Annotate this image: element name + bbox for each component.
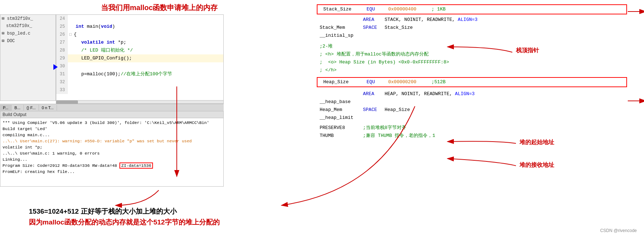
file-tree-item[interactable]: ⊞ DOC [0, 37, 56, 45]
tab-f[interactable]: {} F... [24, 105, 39, 111]
heap-end-label: 堆的接收地址 [520, 161, 554, 169]
file-tree: ⊞ stm32f10x_ stm32f10x_ ⊞ bsp_led.c ⊞ DO… [0, 14, 56, 101]
build-output-panel: Build Output *** Using Compiler 'V5.06 u… [0, 111, 224, 187]
file-tree-item[interactable]: stm32f10x_ [0, 22, 56, 30]
code-line-33: 33 [56, 86, 223, 94]
page-title: 当我们用malloc函数申请堆上的内存 [101, 3, 218, 13]
code-line-32: 32 [56, 78, 223, 86]
asm-comment-3: ; <o> Heap Size (in Bytes) <0x0-0xFFFFFF… [317, 58, 627, 66]
stack-size-block: Stack_Size EQU 0x00000400 ; 1KB [317, 4, 627, 14]
build-line: Build target 'Led' [3, 126, 221, 132]
code-line-27: 27 volatile int *p; [56, 39, 223, 46]
tab-p[interactable]: P... [0, 105, 12, 111]
asm-heap-base-line: __heap_base [317, 98, 627, 106]
build-line: Program Size: Code=2912 RO-data=336 RW-d… [3, 162, 221, 169]
asm-comment-2: ; <h> 堆配置，用于malloc等函数的动态内存分配 [317, 50, 627, 58]
watermark: CSDN @rivencode [600, 228, 637, 233]
file-tree-item[interactable]: ⊞ bsp_led.c [0, 30, 56, 37]
file-tree-item[interactable]: ⊞ stm32f10x_ [0, 15, 56, 22]
tab-bar: P... B... {} F... 0 n T... [0, 104, 224, 111]
bottom-text-2: 因为malloc函数分配的动态内存就是这个512字节的堆上分配的 [29, 218, 220, 227]
debug-arrow-icon [53, 64, 58, 70]
asm-thumb-line: THUMB ;兼容 THUMB 指令，老的指令，1 [317, 132, 627, 140]
tab-t[interactable]: 0 n T... [39, 105, 57, 111]
asm-heap-size-line: Heap_Size EQU 0x00000200 ;512B [320, 78, 623, 86]
asm-area-stack-line: AREA STACK, NOINIT, READWRITE, ALIGN=3 [317, 16, 627, 24]
stack-pointer-label: 栈顶指针 [516, 47, 539, 54]
code-line-24: 24 [56, 15, 223, 23]
asm-panel: Stack_Size EQU 0x00000400 ; 1KB AREA STA… [317, 3, 627, 226]
zi-data-highlight: ZI-data=1536 [119, 162, 153, 169]
build-line: compiling main.c... [3, 132, 221, 138]
heap-start-label: 堆的起始地址 [520, 139, 554, 146]
build-line: ..\..\ User\main.c: 1 warning, 0 errors [3, 150, 221, 156]
asm-stack-size-line: Stack_Size EQU 0x00000400 ; 1KB [320, 5, 623, 13]
asm-stack-mem-line: Stack_Mem SPACE Stack_Size [317, 24, 627, 32]
asm-initial-sp-line: __initial_sp [317, 32, 627, 40]
build-output-content: *** Using Compiler 'V5.06 update 3 (buil… [0, 118, 223, 176]
build-line: ..\..\ User\main.c(27): warning: #550-D:… [3, 138, 221, 144]
asm-preserve8-line: PRESERVE8 ;当前堆栈8字节对齐 [317, 124, 627, 132]
code-line-26: 26 □ { [56, 31, 223, 39]
asm-comment-1: ;2-堆 [317, 43, 627, 50]
asm-spacer [317, 40, 627, 43]
build-output-title: Build Output [0, 111, 223, 118]
asm-comment-4: ; </h> [317, 66, 627, 74]
code-line-30: 30 [56, 62, 223, 70]
build-line: FromELF: creating hex file... [3, 169, 221, 175]
asm-area-heap-line: AREA HEAP, NOINIT, READWRITE, ALIGN=3 [317, 90, 627, 98]
code-scrollbar-h[interactable] [56, 100, 224, 104]
build-line: *** Using Compiler 'V5.06 update 3 (buil… [3, 120, 221, 126]
bottom-text-1: 1536=1024+512 正好等于栈的大小加上堆的大小 [29, 207, 177, 216]
heap-size-block: Heap_Size EQU 0x00000200 ;512B [317, 77, 627, 87]
code-editor: 24 25 int main(void) 26 □ { 27 volatile … [56, 14, 224, 101]
code-line-25: 25 int main(void) [56, 23, 223, 31]
asm-spacer2 [317, 74, 627, 76]
code-line-31: 31 p=malloc(100);//在堆上分配100个字节 [56, 70, 223, 78]
build-line: Linking... [3, 156, 221, 162]
code-line-29: 29 LED_GPIO_Config(); [56, 54, 223, 62]
code-line-28: 28 /* LED 端口初始化 */ [56, 46, 223, 54]
asm-heap-mem-line: Heap_Mem SPACE Heap_Size [317, 106, 627, 114]
tab-b[interactable]: B... [12, 105, 24, 111]
build-line: volatile int *p; [3, 144, 221, 150]
asm-heap-limit-line: __heap_limit [317, 114, 627, 122]
